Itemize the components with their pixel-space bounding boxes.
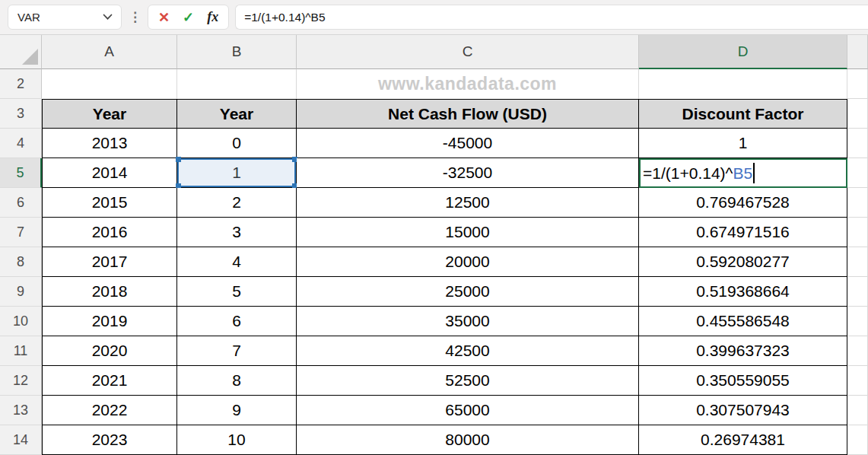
cell-B14[interactable]: 10 xyxy=(177,425,297,455)
cell-E5[interactable] xyxy=(847,158,868,188)
cell-D11[interactable]: 0.399637323 xyxy=(639,336,847,366)
sheet-row-10: 1020196350000.455586548 xyxy=(0,307,868,336)
cell-D2[interactable] xyxy=(639,69,847,99)
row-header-12[interactable]: 12 xyxy=(0,366,42,396)
cell-B7[interactable]: 3 xyxy=(177,218,297,247)
cell-E2[interactable] xyxy=(847,69,868,99)
cell-A11[interactable]: 2020 xyxy=(42,336,177,366)
cell-D12[interactable]: 0.350559055 xyxy=(639,366,847,396)
sheet-row-6: 620152125000.769467528 xyxy=(0,188,868,218)
cell-C9[interactable]: 25000 xyxy=(297,277,639,307)
cell-A5[interactable]: 2014 xyxy=(42,158,177,188)
cancel-icon[interactable]: ✕ xyxy=(158,9,170,26)
more-options-icon[interactable]: ⋮ xyxy=(129,9,141,25)
cell-E10[interactable] xyxy=(847,307,868,336)
sheet-row-8: 820174200000.592080277 xyxy=(0,247,868,277)
cell-A3[interactable]: Year xyxy=(42,99,177,129)
cell-A4[interactable]: 2013 xyxy=(42,129,177,158)
marquee-handle[interactable] xyxy=(176,157,181,162)
cell-D4[interactable]: 1 xyxy=(639,129,847,158)
cell-B12[interactable]: 8 xyxy=(177,366,297,396)
cell-A14[interactable]: 2023 xyxy=(42,425,177,455)
row-header-13[interactable]: 13 xyxy=(0,396,42,425)
cell-C8[interactable]: 20000 xyxy=(297,247,639,277)
row-header-7[interactable]: 7 xyxy=(0,218,42,247)
cell-B3[interactable]: Year xyxy=(177,99,297,129)
formula-input[interactable]: =1/(1+0.14)^B5 xyxy=(235,5,868,30)
cell-B10[interactable]: 6 xyxy=(177,307,297,336)
row-header-4[interactable]: 4 xyxy=(0,129,42,158)
cell-D3[interactable]: Discount Factor xyxy=(639,99,847,129)
cell-B8[interactable]: 4 xyxy=(177,247,297,277)
row-header-14[interactable]: 14 xyxy=(0,425,42,455)
cell-A9[interactable]: 2018 xyxy=(42,277,177,307)
row-header-2[interactable]: 2 xyxy=(0,69,42,99)
column-header-D[interactable]: D xyxy=(639,35,847,69)
cell-C11[interactable]: 42500 xyxy=(297,336,639,366)
formula-bar: VAR ⋮ ✕ ✓ fx =1/(1+0.14)^B5 xyxy=(0,0,868,35)
cell-B2[interactable] xyxy=(177,69,297,99)
cell-E8[interactable] xyxy=(847,247,868,277)
cell-C10[interactable]: 35000 xyxy=(297,307,639,336)
cell-A7[interactable]: 2016 xyxy=(42,218,177,247)
cell-D7[interactable]: 0.674971516 xyxy=(639,218,847,247)
cell-E13[interactable] xyxy=(847,396,868,425)
text-caret xyxy=(753,163,755,183)
chevron-down-icon[interactable] xyxy=(103,14,113,21)
cell-C13[interactable]: 65000 xyxy=(297,396,639,425)
cell-C4[interactable]: -45000 xyxy=(297,129,639,158)
cell-D14[interactable]: 0.26974381 xyxy=(639,425,847,455)
cell-E3[interactable] xyxy=(847,99,868,129)
row-header-8[interactable]: 8 xyxy=(0,247,42,277)
cell-A6[interactable]: 2015 xyxy=(42,188,177,218)
cell-B11[interactable]: 7 xyxy=(177,336,297,366)
column-header-C[interactable]: C xyxy=(297,35,639,69)
cell-A8[interactable]: 2017 xyxy=(42,247,177,277)
select-all-triangle-icon xyxy=(22,49,38,65)
cell-D6[interactable]: 0.769467528 xyxy=(639,188,847,218)
cell-D5-editing[interactable]: =1/(1+0.14)^B5 xyxy=(639,158,847,188)
cell-D9[interactable]: 0.519368664 xyxy=(639,277,847,307)
cell-D10[interactable]: 0.455586548 xyxy=(639,307,847,336)
watermark-text: www.kandadata.com xyxy=(378,74,557,94)
cell-E7[interactable] xyxy=(847,218,868,247)
cell-C6[interactable]: 12500 xyxy=(297,188,639,218)
cell-C7[interactable]: 15000 xyxy=(297,218,639,247)
cell-B6[interactable]: 2 xyxy=(177,188,297,218)
sheet-row-2: 2www.kandadata.com xyxy=(0,69,868,99)
column-header-B[interactable]: B xyxy=(177,35,297,69)
cell-C3[interactable]: Net Cash Flow (USD) xyxy=(297,99,639,129)
cell-E6[interactable] xyxy=(847,188,868,218)
cell-C12[interactable]: 52500 xyxy=(297,366,639,396)
enter-icon[interactable]: ✓ xyxy=(183,9,194,26)
cell-E12[interactable] xyxy=(847,366,868,396)
cell-E11[interactable] xyxy=(847,336,868,366)
cell-A13[interactable]: 2022 xyxy=(42,396,177,425)
column-header-A[interactable]: A xyxy=(42,35,177,69)
insert-function-icon[interactable]: fx xyxy=(207,9,218,25)
cell-B13[interactable]: 9 xyxy=(177,396,297,425)
row-header-9[interactable]: 9 xyxy=(0,277,42,307)
cell-C2[interactable]: www.kandadata.com xyxy=(297,69,639,99)
row-header-6[interactable]: 6 xyxy=(0,188,42,218)
row-header-10[interactable]: 10 xyxy=(0,307,42,336)
cell-E9[interactable] xyxy=(847,277,868,307)
sheet-row-5: 520141-32500=1/(1+0.14)^B5 xyxy=(0,158,868,188)
cell-D8[interactable]: 0.592080277 xyxy=(639,247,847,277)
cell-E14[interactable] xyxy=(847,425,868,455)
cell-B9[interactable]: 5 xyxy=(177,277,297,307)
select-all-button[interactable] xyxy=(0,35,42,69)
cell-A2[interactable] xyxy=(42,69,177,99)
cell-B4[interactable]: 0 xyxy=(177,129,297,158)
name-box[interactable]: VAR xyxy=(8,5,122,30)
cell-B5[interactable]: 1 xyxy=(177,158,297,188)
row-header-3[interactable]: 3 xyxy=(0,99,42,129)
cell-D13[interactable]: 0.307507943 xyxy=(639,396,847,425)
cell-A12[interactable]: 2021 xyxy=(42,366,177,396)
cell-A10[interactable]: 2019 xyxy=(42,307,177,336)
row-header-11[interactable]: 11 xyxy=(0,336,42,366)
cell-C14[interactable]: 80000 xyxy=(297,425,639,455)
row-header-5[interactable]: 5 xyxy=(0,158,42,188)
cell-C5[interactable]: -32500 xyxy=(297,158,639,188)
cell-E4[interactable] xyxy=(847,129,868,158)
